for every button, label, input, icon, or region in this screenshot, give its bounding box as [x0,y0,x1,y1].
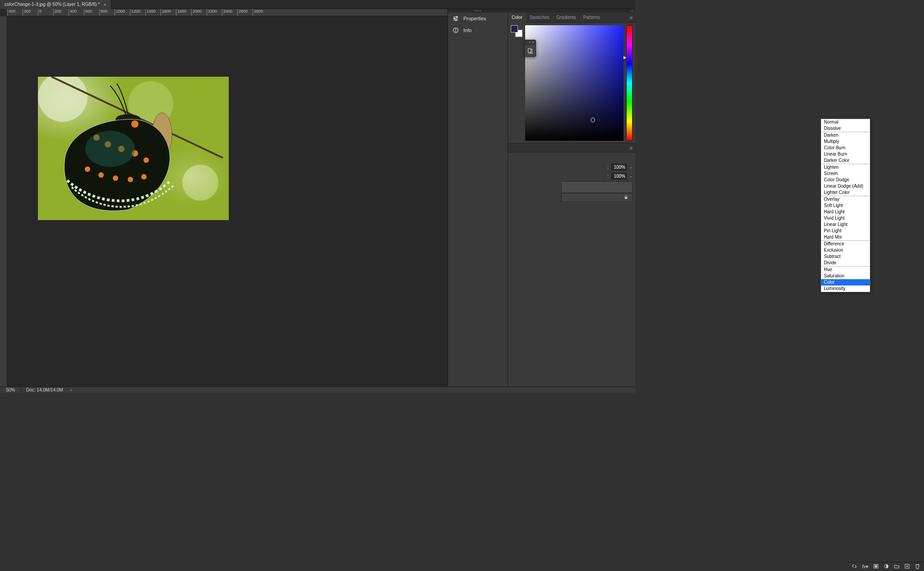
sliders-icon [453,15,459,22]
svg-point-16 [98,172,104,178]
svg-point-21 [85,131,135,167]
info-icon [453,27,459,33]
document-tab-bar: colorChange-1-3.jpg @ 50% (Layer 1, RGB/… [0,0,635,9]
tab-swatches[interactable]: Swatches [526,13,553,23]
document-image[interactable] [38,77,229,220]
tab-patterns[interactable]: Patterns [580,13,604,23]
libraries-icon[interactable] [525,46,536,56]
svg-point-19 [141,174,147,180]
properties-panel-button[interactable]: Properties [448,13,508,24]
info-label: Info [463,28,471,33]
status-more-icon[interactable]: › [68,387,74,392]
floating-tool-dock[interactable]: ›× [524,40,536,57]
zoom-level[interactable]: 50% [0,387,22,392]
color-picker-cursor[interactable] [591,118,595,122]
svg-point-30 [455,28,456,29]
close-icon[interactable]: × [532,40,534,46]
collapse-icon[interactable]: › [529,40,531,46]
svg-rect-32 [625,197,628,198]
ruler-vertical [0,16,7,387]
info-panel-button[interactable]: Info [448,24,508,36]
color-picker-panel: ▶ ›× [508,23,635,143]
svg-point-18 [128,177,133,182]
chevron-down-icon[interactable]: ⌄ [629,165,633,169]
document-tab-title: colorChange-1-3.jpg @ 50% (Layer 1, RGB/… [5,2,100,7]
opacity-input[interactable] [611,164,627,170]
document-tab[interactable]: colorChange-1-3.jpg @ 50% (Layer 1, RGB/… [0,0,111,9]
close-tab-icon[interactable]: × [103,2,106,7]
tab-color[interactable]: Color [508,13,526,23]
fill-label-end: : [607,174,609,179]
tab-gradients[interactable]: Gradients [553,13,579,23]
saturation-value-picker[interactable] [525,25,624,141]
collapsed-panels: Properties Info [448,9,508,387]
opacity-label-end: : [607,165,609,170]
fill-input[interactable] [611,173,627,180]
svg-point-17 [113,175,118,181]
status-bar: 50% Doc: 14.0M/14.0M › [0,387,635,393]
hue-slider[interactable]: ▶ [626,25,633,140]
foreground-color-swatch[interactable] [511,25,518,32]
svg-point-14 [143,157,149,163]
layer-row-selected[interactable] [561,181,633,193]
svg-point-20 [131,120,139,128]
chevron-down-icon[interactable]: ⌄ [629,174,633,178]
layer-lock-row [561,193,633,202]
svg-point-15 [85,166,90,172]
ruler-horizontal: 4002000200400600800100012001400160018002… [7,9,448,16]
foreground-background-swatch[interactable] [511,25,522,37]
svg-rect-31 [528,49,531,53]
layers-panel-menu-icon[interactable]: ≡ [627,145,635,151]
lock-icon[interactable] [624,195,628,201]
hue-slider-thumb[interactable]: ▶ [624,55,626,60]
properties-label: Properties [463,16,486,21]
panel-menu-icon[interactable]: ≡ [627,15,635,20]
doc-size-info: Doc: 14.0M/14.0M [22,387,68,392]
canvas-area[interactable]: 4002000200400600800100012001400160018002… [0,9,448,387]
color-panel-tabs: Color Swatches Gradients Patterns ≡ [508,13,635,23]
